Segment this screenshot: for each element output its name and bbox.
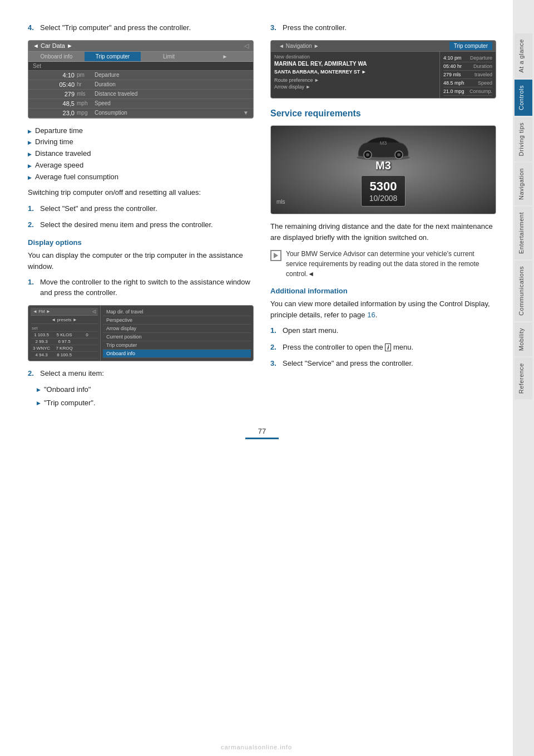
screen-row-4-unit: mph (75, 100, 91, 106)
sub-step-onboard-icon: ▶ (37, 386, 41, 395)
step-1a-num: 1. (28, 203, 37, 214)
sub-step-trip: ▶ "Trip computer". (37, 397, 254, 409)
screen-tab-trip[interactable]: Trip computer (85, 52, 141, 61)
step-3-num: 3. (270, 22, 279, 33)
nav-right-val-1: 4:10 pm (443, 55, 462, 61)
service-unit-label: mls (276, 199, 285, 205)
service-car-icon: M3 (355, 132, 411, 162)
sidebar-tab-at-a-glance[interactable]: At a glance (515, 33, 532, 78)
svg-point-4 (397, 153, 400, 156)
nav-right-label-2: Duration (473, 63, 492, 69)
display-r3-c2: 7 KROQ (53, 346, 75, 351)
screen-row-5-desc: Consumption (91, 110, 243, 116)
screen-row-2-desc: Duration (91, 81, 249, 87)
display-r2-c1: 2 99.3 (31, 339, 52, 344)
step-1a-text: Select "Set" and press the controller. (40, 203, 254, 214)
page-link[interactable]: 16 (367, 311, 375, 319)
screen-row-3-unit: mls (75, 91, 91, 97)
display-menu-position[interactable]: Current position (103, 333, 251, 341)
screen-row-1-val: 4:10 (52, 72, 75, 78)
add-step-3: 3. Select "Service" and press the contro… (270, 358, 496, 369)
screen-tab-more[interactable]: ► (197, 52, 253, 61)
screen-header: ◄ Car Data ► ◁ (28, 41, 253, 52)
service-req-heading: Service requirements (270, 109, 496, 119)
step-2b-text: Select a menu item: (40, 368, 254, 379)
nav-right-panel: 4:10 pm Departure 05:40 hr Duration 279 … (440, 52, 496, 98)
nav-city-2: SANTA BARBARA, MONTERREY ST ► (274, 69, 436, 75)
nav-tab-navigation[interactable]: ◄ Navigation ► (274, 42, 324, 50)
bullet-5-icon: ▶ (28, 174, 32, 181)
display-left-header: ◄ FM ► ◁ (31, 308, 98, 316)
additional-info-text: You can view more detailed information b… (270, 298, 496, 321)
bullet-2: ▶Driving time (28, 136, 254, 148)
bullet-4: ▶Average speed (28, 160, 254, 171)
display-row-1: 1 103.5 5 KLOS 0 (31, 332, 98, 338)
add-step-2-num: 2. (270, 342, 279, 353)
sidebar-tab-communications[interactable]: Communications (515, 261, 532, 321)
display-menu-trip[interactable]: Trip computer (103, 341, 251, 350)
sidebar-tab-controls[interactable]: Controls (515, 80, 532, 116)
step-2a-num: 2. (28, 219, 37, 230)
sidebar-tab-navigation[interactable]: Navigation (515, 163, 532, 205)
display-arrow-icon: ◁ (92, 309, 96, 314)
display-step-1-num: 1. (28, 277, 37, 298)
screen-row-3-val: 279 (52, 91, 75, 97)
screen-row-4: 48,5 mph Speed (28, 99, 253, 109)
page-number: 77 (28, 427, 496, 439)
left-column: 4. Select "Trip computer" and press the … (28, 22, 254, 410)
nav-arrow-label: Arrow display ► (274, 84, 436, 90)
page-number-line (245, 438, 279, 439)
step-2a-text: Select the desired menu item and press t… (40, 219, 254, 230)
car-svg: M3 (355, 132, 411, 160)
nav-tab-trip[interactable]: Trip computer (449, 42, 492, 50)
nav-right-label-5: Consump. (469, 89, 492, 94)
display-row-3: 3 WNYC 7 KROQ (31, 345, 98, 352)
screen-tab-limit[interactable]: Limit (141, 52, 197, 61)
display-step-1-text: Move the controller to the right to swit… (40, 277, 254, 298)
note-triangle-icon (274, 253, 278, 258)
nav-right-val-5: 21.0 mpg (443, 89, 464, 94)
screen-tab-onboard[interactable]: Onboard info (28, 52, 85, 61)
step-4-num: 4. (28, 22, 37, 33)
feature-list: ▶Departure time ▶Driving time ▶Distance … (28, 125, 254, 183)
step-3-text: Press the controller. (283, 22, 496, 33)
nav-route-label: Route preference ► (274, 77, 436, 84)
sidebar-tab-driving-tips[interactable]: Driving tips (515, 117, 532, 161)
bullet-4-icon: ▶ (28, 162, 32, 170)
display-menu-perspective[interactable]: Perspective (103, 316, 251, 325)
additional-info-text-after: . (375, 311, 378, 319)
sub-step-trip-icon: ▶ (37, 400, 41, 409)
note-box: Your BMW Service Advisor can determine y… (270, 249, 496, 279)
display-fm-label: ◄ FM ► (33, 309, 51, 314)
screen-corner-icon: ◁ (244, 42, 249, 50)
two-col-layout: 4. Select "Trip computer" and press the … (28, 22, 496, 410)
right-column: 3. Press the controller. ◄ Navigation ► … (270, 22, 496, 410)
bullet-2-text: Driving time (35, 136, 73, 148)
service-image: M3 M3 5300 10/2008 mls (270, 125, 496, 214)
nav-right-row-5: 21.0 mpg Consump. (443, 87, 492, 96)
display-menu-arrow[interactable]: Arrow display (103, 325, 251, 333)
step-1a: 1. Select "Set" and press the controller… (28, 203, 254, 214)
screen-row-2-unit: hr (75, 81, 91, 87)
svg-point-2 (366, 153, 369, 156)
display-r3-c3 (76, 346, 98, 351)
display-menu-onboard[interactable]: Onboard info (103, 350, 251, 358)
display-r4-c1: 4 94.3 (31, 352, 52, 357)
display-options-heading: Display options (28, 238, 254, 247)
nav-dest-label: New destination (274, 54, 436, 60)
note-text: Your BMW Service Advisor can determine y… (286, 249, 496, 279)
step-4-text: Select "Trip computer" and press the con… (40, 22, 254, 33)
display-menu-panel: Map dir. of travel Perspective Arrow dis… (101, 306, 253, 361)
screen-row-3-desc: Distance traveled (91, 91, 249, 97)
sub-step-onboard-text: "Onboard info" (44, 384, 91, 395)
add-step-1: 1. Open start menu. (270, 325, 496, 336)
sidebar-tab-reference[interactable]: Reference (515, 357, 532, 399)
bullet-3-text: Distance traveled (35, 148, 91, 160)
display-menu-mapdir[interactable]: Map dir. of travel (103, 308, 251, 316)
add-step-2: 2. Press the controller to open the i me… (270, 342, 496, 353)
car-data-screen: ◄ Car Data ► ◁ Onboard info Trip compute… (28, 40, 254, 119)
sidebar-tab-entertainment[interactable]: Entertainment (515, 207, 532, 259)
sidebar-tab-mobility[interactable]: Mobility (515, 322, 532, 356)
screen-row-1-unit: pm (75, 72, 91, 78)
page-number-text: 77 (258, 427, 266, 435)
